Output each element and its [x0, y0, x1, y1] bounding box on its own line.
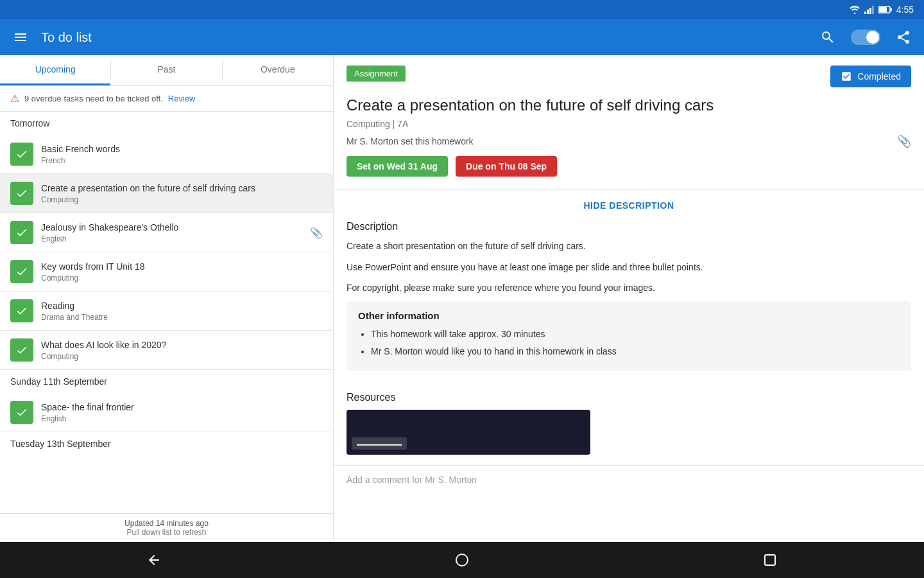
task-info: Space- the final frontier English	[41, 401, 323, 423]
set-date-badge: Set on Wed 31 Aug	[346, 156, 448, 177]
hide-description-button[interactable]: HIDE DESCRIPTION	[334, 193, 924, 218]
divider	[334, 189, 924, 190]
list-footer: Updated 14 minutes ago Pull down list to…	[0, 513, 333, 542]
assignment-badge: Assignment	[346, 66, 406, 82]
task-checkbox[interactable]	[10, 338, 33, 362]
tab-upcoming[interactable]: Upcoming	[0, 55, 110, 85]
right-panel: Assignment Completed Create a presentati…	[334, 55, 924, 542]
section-header-tomorrow: Tomorrow	[0, 112, 333, 135]
app-bar-actions	[817, 27, 914, 48]
task-item[interactable]: Reading Drama and Theatre	[0, 292, 333, 331]
svg-rect-0	[864, 12, 866, 14]
search-button[interactable]	[817, 27, 838, 48]
back-button[interactable]	[136, 542, 172, 578]
description-line-3: For copyright, please make sure you refe…	[346, 281, 911, 295]
other-info-title: Other information	[358, 310, 900, 321]
description-section: Description Create a short presentation …	[334, 218, 924, 392]
status-bar: 4:55	[0, 0, 924, 19]
task-subject: Computing	[41, 352, 323, 361]
task-checkbox[interactable]	[10, 182, 33, 205]
task-item[interactable]: Space- the final frontier English	[0, 393, 333, 432]
due-date-prefix: Due on	[466, 161, 499, 171]
other-info-item: Mr S. Morton would like you to hand in t…	[371, 345, 900, 358]
left-panel: Upcoming Past Overdue ⚠ 9 overdue tasks …	[0, 55, 334, 542]
warning-bar: ⚠ 9 overdue tasks need to be ticked off.…	[0, 86, 333, 112]
svg-rect-2	[869, 8, 871, 14]
app-bar-title: To do list	[41, 30, 807, 45]
signal-icon	[864, 5, 875, 14]
assignment-title: Create a presentation on the future of s…	[346, 95, 911, 115]
task-title: Space- the final frontier	[41, 401, 323, 413]
set-date-prefix: Set on	[357, 161, 387, 171]
task-title: Reading	[41, 300, 323, 311]
task-checkbox[interactable]	[10, 143, 33, 166]
resource-thumb-text: ▬▬▬▬▬▬▬	[357, 440, 402, 447]
task-checkbox[interactable]	[10, 260, 33, 283]
recents-button[interactable]	[752, 542, 788, 578]
status-time: 4:55	[896, 4, 914, 15]
task-item[interactable]: Create a presentation on the future of s…	[0, 174, 333, 213]
assignment-teacher: Mr S. Morton set this homework 📎	[346, 134, 911, 148]
task-title: Key words from IT Unit 18	[41, 261, 323, 272]
main-content: Upcoming Past Overdue ⚠ 9 overdue tasks …	[0, 55, 924, 542]
task-title: Create a presentation on the future of s…	[41, 182, 323, 194]
assignment-meta: Computing | 7A	[346, 119, 911, 129]
other-info-list: This homework will take approx. 30 minut…	[358, 328, 900, 358]
svg-rect-3	[872, 6, 874, 14]
svg-rect-5	[890, 8, 892, 12]
svg-rect-1	[867, 10, 869, 14]
task-title: Basic French words	[41, 143, 323, 155]
attachment-icon: 📎	[897, 134, 911, 148]
footer-updated: Updated 14 minutes ago	[5, 519, 328, 528]
description-title: Description	[346, 221, 911, 232]
task-info: What does AI look like in 2020? Computin…	[41, 339, 323, 361]
task-subject: Drama and Theatre	[41, 313, 323, 322]
task-title: What does AI look like in 2020?	[41, 339, 323, 351]
resource-thumb-inner: ▬▬▬▬▬▬▬	[352, 437, 407, 450]
date-badges: Set on Wed 31 Aug Due on Thu 08 Sep	[346, 156, 911, 177]
warning-icon: ⚠	[10, 92, 19, 105]
task-info: Create a presentation on the future of s…	[41, 182, 323, 204]
task-list: Tomorrow Basic French words French Creat…	[0, 112, 333, 513]
nav-bar	[0, 542, 924, 578]
battery-icon	[878, 6, 893, 13]
task-info: Reading Drama and Theatre	[41, 300, 323, 322]
other-info-item: This homework will take approx. 30 minut…	[371, 328, 900, 341]
tab-past[interactable]: Past	[111, 55, 221, 85]
svg-rect-8	[765, 555, 775, 565]
completed-label: Completed	[857, 71, 901, 82]
toggle-switch[interactable]	[851, 30, 880, 45]
due-date-value: Thu 08 Sep	[499, 161, 547, 171]
completed-button[interactable]: Completed	[830, 66, 911, 87]
tab-overdue[interactable]: Overdue	[223, 55, 333, 85]
task-item[interactable]: Basic French words French	[0, 135, 333, 174]
task-item[interactable]: What does AI look like in 2020? Computin…	[0, 331, 333, 370]
task-item[interactable]: Jealousy in Shakespeare's Othello Englis…	[0, 213, 333, 252]
task-checkbox[interactable]	[10, 299, 33, 322]
share-button[interactable]	[893, 27, 914, 48]
resource-thumbnail[interactable]: ▬▬▬▬▬▬▬	[346, 410, 590, 455]
task-checkbox[interactable]	[10, 401, 33, 424]
wifi-icon	[849, 5, 860, 14]
task-checkbox[interactable]	[10, 221, 33, 244]
resources-title: Resources	[346, 392, 911, 403]
task-subject: Computing	[41, 274, 323, 283]
home-button[interactable]	[444, 542, 480, 578]
task-subject: English	[41, 414, 323, 423]
task-info: Jealousy in Shakespeare's Othello Englis…	[41, 222, 302, 243]
other-info-box: Other information This homework will tak…	[346, 301, 911, 371]
app-bar: To do list	[0, 19, 924, 55]
task-item[interactable]: Key words from IT Unit 18 Computing	[0, 252, 333, 292]
svg-point-7	[456, 554, 468, 566]
menu-button[interactable]	[10, 27, 31, 48]
section-header-tuesday: Tuesday 13th September	[0, 432, 333, 455]
toggle-knob	[866, 31, 879, 44]
comment-bar[interactable]: Add a comment for Mr S. Morton	[334, 465, 924, 494]
assignment-top: Assignment Completed	[346, 66, 911, 87]
review-link[interactable]: Review	[168, 94, 196, 103]
task-subject: French	[41, 156, 323, 165]
description-line-2: Use PowerPoint and ensure you have at le…	[346, 260, 911, 274]
assignment-header: Assignment Completed Create a presentati…	[334, 55, 924, 187]
footer-refresh: Pull down list to refresh	[5, 528, 328, 537]
status-bar-icons: 4:55	[849, 4, 914, 15]
